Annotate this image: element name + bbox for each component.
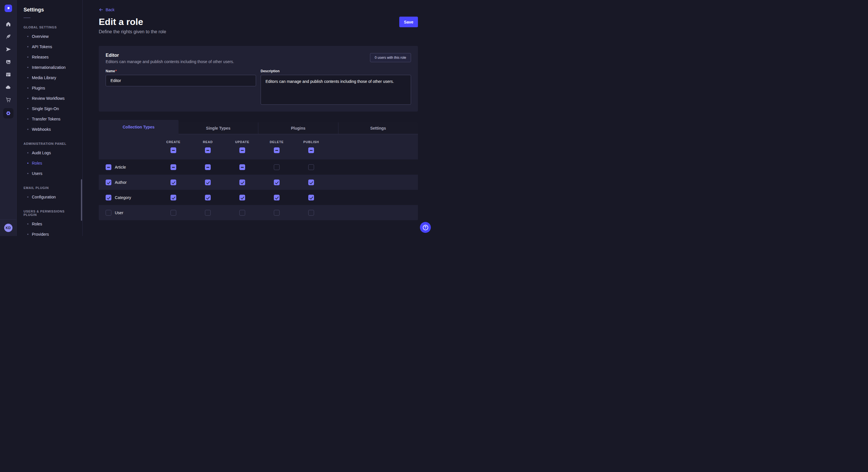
article-delete-checkbox[interactable] xyxy=(274,164,280,170)
bullet-icon xyxy=(27,88,28,89)
author-publish-checkbox[interactable] xyxy=(308,179,314,185)
sidebar-item-users[interactable]: Users xyxy=(17,168,82,179)
sidebar-item-configuration[interactable]: Configuration xyxy=(17,192,82,202)
sidebar-item-releases[interactable]: Releases xyxy=(17,52,82,62)
back-label: Back xyxy=(105,7,115,12)
feather-icon xyxy=(5,34,11,40)
sidebar-item-overview[interactable]: Overview xyxy=(17,31,82,42)
tab-settings[interactable]: Settings xyxy=(338,123,418,134)
category-read-checkbox[interactable] xyxy=(205,195,211,200)
row-label[interactable]: Article xyxy=(115,165,126,169)
nav-content-type-builder-button[interactable] xyxy=(4,70,12,79)
nav-deploy-button[interactable] xyxy=(4,45,12,54)
sidebar-section: ADMINISTRATION PANEL Audit Logs Roles Us… xyxy=(17,142,82,179)
user-create-checkbox[interactable] xyxy=(170,210,176,216)
permission-cell xyxy=(225,210,259,216)
nav-cloud-button[interactable] xyxy=(4,83,12,92)
permission-cell xyxy=(156,164,191,170)
user-read-checkbox[interactable] xyxy=(205,210,211,216)
sidebar-item-transfer-tokens[interactable]: Transfer Tokens xyxy=(17,114,82,124)
sidebar-item-roles[interactable]: Roles xyxy=(17,219,82,229)
sidebar-item-internationalization[interactable]: Internationalization xyxy=(17,62,82,72)
select-all-publish-checkbox[interactable] xyxy=(308,147,314,153)
category-delete-checkbox[interactable] xyxy=(274,195,280,200)
sidebar-item-roles[interactable]: Roles xyxy=(17,158,82,168)
table-row-article: Article xyxy=(99,160,418,175)
sidebar-item-webhooks[interactable]: Webhooks xyxy=(17,124,82,134)
select-all-create-checkbox[interactable] xyxy=(170,147,176,153)
nav-marketplace-button[interactable] xyxy=(4,96,12,104)
tab-plugins[interactable]: Plugins xyxy=(258,123,338,134)
name-input[interactable] xyxy=(105,75,256,86)
article-publish-checkbox[interactable] xyxy=(308,164,314,170)
author-create-checkbox[interactable] xyxy=(170,179,176,185)
help-button[interactable]: ? xyxy=(420,222,431,233)
tab-single-types[interactable]: Single Types xyxy=(179,123,258,134)
bullet-icon xyxy=(27,108,28,109)
select-all-update-checkbox[interactable] xyxy=(239,147,245,153)
nav-media-library-button[interactable] xyxy=(4,58,12,66)
user-row-checkbox[interactable] xyxy=(105,210,112,216)
permission-cell xyxy=(294,164,329,170)
header-column-delete: DELETE xyxy=(259,134,294,160)
permission-cell xyxy=(259,164,294,170)
app-window: KD Settings GLOBAL SETTINGS Overview API… xyxy=(0,0,434,236)
permissions-section: Collection Types Single Types Plugins Se… xyxy=(99,120,418,220)
article-create-checkbox[interactable] xyxy=(170,164,176,170)
author-delete-checkbox[interactable] xyxy=(274,179,280,185)
users-with-role-button[interactable]: 0 users with this role xyxy=(370,53,411,62)
row-label[interactable]: Category xyxy=(115,195,131,200)
category-publish-checkbox[interactable] xyxy=(308,195,314,200)
tab-collection-types[interactable]: Collection Types xyxy=(99,120,179,134)
sidebar-item-plugins[interactable]: Plugins xyxy=(17,83,82,93)
article-update-checkbox[interactable] xyxy=(239,164,245,170)
article-row-checkbox[interactable] xyxy=(105,164,112,170)
sidebar-item-media-library[interactable]: Media Library xyxy=(17,72,82,83)
select-all-read-checkbox[interactable] xyxy=(205,147,211,153)
author-row-checkbox[interactable] xyxy=(105,179,112,185)
sidebar-item-review-workflows[interactable]: Review Workflows xyxy=(17,93,82,103)
permissions-table-header: CREATEREADUPDATEDELETEPUBLISH xyxy=(99,134,418,160)
column-label: CREATE xyxy=(166,140,181,144)
row-label[interactable]: User xyxy=(115,210,123,215)
sidebar-section: USERS & PERMISSIONS PLUGIN Roles Provide… xyxy=(17,210,82,236)
author-update-checkbox[interactable] xyxy=(239,179,245,185)
nav-content-button[interactable] xyxy=(4,32,12,41)
nav-settings-button[interactable] xyxy=(3,108,13,119)
name-field-label: Name* xyxy=(105,69,117,73)
sidebar-item-audit-logs[interactable]: Audit Logs xyxy=(17,148,82,158)
row-label[interactable]: Author xyxy=(115,180,127,185)
row-name-cell: Category xyxy=(99,195,156,200)
category-row-checkbox[interactable] xyxy=(105,195,112,200)
back-link[interactable]: Back xyxy=(99,7,115,12)
save-button[interactable]: Save xyxy=(399,16,418,27)
nav-home-button[interactable] xyxy=(4,20,12,28)
subnav-scrollbar-thumb[interactable] xyxy=(81,179,82,221)
category-update-checkbox[interactable] xyxy=(239,195,245,200)
row-name-cell: Author xyxy=(99,179,156,185)
sidebar-item-api-tokens[interactable]: API Tokens xyxy=(17,42,82,52)
description-textarea[interactable]: Editors can manage and publish contents … xyxy=(260,75,411,105)
user-publish-checkbox[interactable] xyxy=(308,210,314,216)
header-column-read: READ xyxy=(191,134,225,160)
sidebar-item-single-sign-on[interactable]: Single Sign-On xyxy=(17,103,82,114)
table-row-author: Author xyxy=(99,175,418,190)
table-row-category: Category xyxy=(99,190,418,205)
sidebar-item-label: Plugins xyxy=(32,86,45,90)
category-create-checkbox[interactable] xyxy=(170,195,176,200)
paper-plane-icon xyxy=(5,46,11,52)
sidebar-item-providers[interactable]: Providers xyxy=(17,229,82,236)
select-all-delete-checkbox[interactable] xyxy=(274,147,280,153)
settings-subnav: Settings GLOBAL SETTINGS Overview API To… xyxy=(17,0,83,236)
author-read-checkbox[interactable] xyxy=(205,179,211,185)
page-subtitle: Define the rights given to the role xyxy=(99,29,418,34)
user-avatar[interactable]: KD xyxy=(4,224,12,232)
bullet-icon xyxy=(27,119,28,120)
user-update-checkbox[interactable] xyxy=(239,210,245,216)
article-read-checkbox[interactable] xyxy=(205,164,211,170)
bullet-icon xyxy=(27,152,28,154)
sidebar-item-label: Releases xyxy=(32,55,49,59)
user-delete-checkbox[interactable] xyxy=(274,210,280,216)
header-column-publish: PUBLISH xyxy=(294,134,329,160)
strapi-logo[interactable] xyxy=(5,5,12,12)
